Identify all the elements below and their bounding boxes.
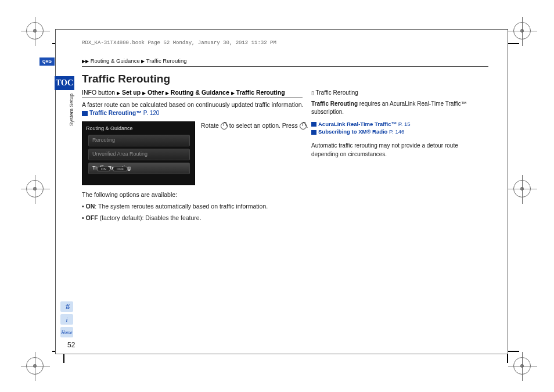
page-number: 52: [67, 341, 75, 349]
side-p2: Automatic traffic rerouting may not prov…: [311, 142, 485, 159]
triangle-icon: ▶: [166, 91, 169, 96]
device-screenshot: Routing & Guidance Rerouting Unverified …: [82, 121, 195, 185]
print-header: RDX_KA-31TX4800.book Page 52 Monday, Jan…: [82, 40, 276, 46]
link-text: AcuraLink Real-Time Traffic™: [318, 121, 397, 127]
info-icon[interactable]: i: [60, 314, 73, 325]
path-setup: Set up: [122, 89, 141, 96]
registration-mark: [26, 357, 44, 375]
link-text: Subscribing to XM® Radio: [318, 128, 387, 135]
qrg-badge[interactable]: QRG: [39, 57, 55, 66]
screenshot-row-rerouting: Rerouting: [88, 135, 190, 146]
info-button-label: INFO button: [82, 89, 115, 96]
toc-badge[interactable]: TOC: [55, 76, 74, 90]
rule: [82, 66, 488, 67]
side-heading: Traffic Rerouting: [311, 89, 485, 98]
instr-b: to select an option. Press: [228, 122, 300, 129]
side-p1: Traffic Rerouting requires an AcuraLink …: [311, 100, 485, 117]
registration-mark: [513, 180, 531, 197]
link-icon: [311, 130, 316, 135]
option-on: ON: The system reroutes automatically ba…: [82, 203, 314, 210]
xref-link-traffic-rerouting[interactable]: Traffic Rerouting™ P. 120: [82, 110, 159, 116]
path-traffic: Traffic Rerouting: [236, 89, 285, 96]
page-title: Traffic Rerouting: [82, 73, 170, 85]
triangle-icon: ▶: [142, 91, 146, 96]
triangle-icon: ▶: [231, 91, 235, 96]
option-text: : The system reroutes automatically base…: [95, 203, 268, 210]
footer-icons: ⇅ i Home: [60, 301, 73, 337]
triangle-icon: ▶: [141, 59, 145, 64]
screenshot-row-unverified: Unverified Area Routing: [88, 149, 190, 160]
dial-icon: [221, 123, 228, 130]
page-frame: RDX_KA-31TX4800.book Page 52 Monday, Jan…: [55, 29, 508, 354]
option-label: ON: [86, 203, 95, 210]
xref-link-acuralink[interactable]: AcuraLink Real-Time Traffic™ P. 15: [311, 120, 485, 128]
home-icon[interactable]: Home: [60, 327, 73, 337]
instr-c: .: [307, 122, 308, 129]
link-page: P. 15: [398, 121, 411, 127]
breadcrumb-b: Traffic Rerouting: [146, 57, 187, 64]
triangle-icon: ▶: [117, 91, 120, 96]
screenshot-toggle: ON OFF: [97, 167, 128, 171]
screenshot-title: Routing & Guidance: [86, 125, 133, 131]
xref-link-xm-radio[interactable]: Subscribing to XM® Radio P. 146: [311, 128, 485, 136]
link-icon: [311, 122, 316, 127]
option-label: OFF: [86, 214, 98, 221]
link-icon: [82, 111, 88, 116]
screenshot-row-traffic-rerouting: Traffic Rerouting ON OFF: [88, 163, 190, 174]
breadcrumb: ▶▶ Routing & Guidance ▶ Traffic Reroutin…: [82, 57, 186, 64]
section-label-vertical: System Setup: [69, 93, 74, 126]
option-text: (factory default): Disables the feature.: [98, 214, 202, 221]
link-page: P. 146: [389, 128, 404, 135]
press-icon: [300, 123, 307, 130]
nav-icon[interactable]: ⇅: [60, 301, 73, 312]
side-p1-bold: Traffic Rerouting: [311, 100, 358, 107]
registration-mark: [26, 22, 44, 39]
toggle-on: ON: [97, 167, 110, 171]
triangle-icon: ▶▶: [82, 59, 89, 64]
link-text: Traffic Rerouting™: [89, 110, 142, 116]
option-off: OFF (factory default): Disables the feat…: [82, 214, 314, 221]
link-page: P. 120: [143, 110, 160, 116]
path-routing: Routing & Guidance: [171, 89, 229, 96]
side-column: Traffic Rerouting Traffic Rerouting requ…: [311, 89, 485, 162]
registration-mark: [26, 180, 44, 197]
options-intro: The following options are available:: [82, 191, 177, 198]
intro-text: A faster route can be calculated based o…: [82, 100, 308, 109]
path-other: Other: [148, 89, 164, 96]
instruction-text: Rotate to select an option. Press .: [201, 121, 317, 130]
instr-a: Rotate: [201, 122, 221, 129]
menu-path: INFO button ▶ Set up ▶ Other ▶ Routing &…: [82, 89, 303, 98]
breadcrumb-a: Routing & Guidance: [91, 57, 140, 64]
toggle-off: OFF: [113, 167, 128, 171]
